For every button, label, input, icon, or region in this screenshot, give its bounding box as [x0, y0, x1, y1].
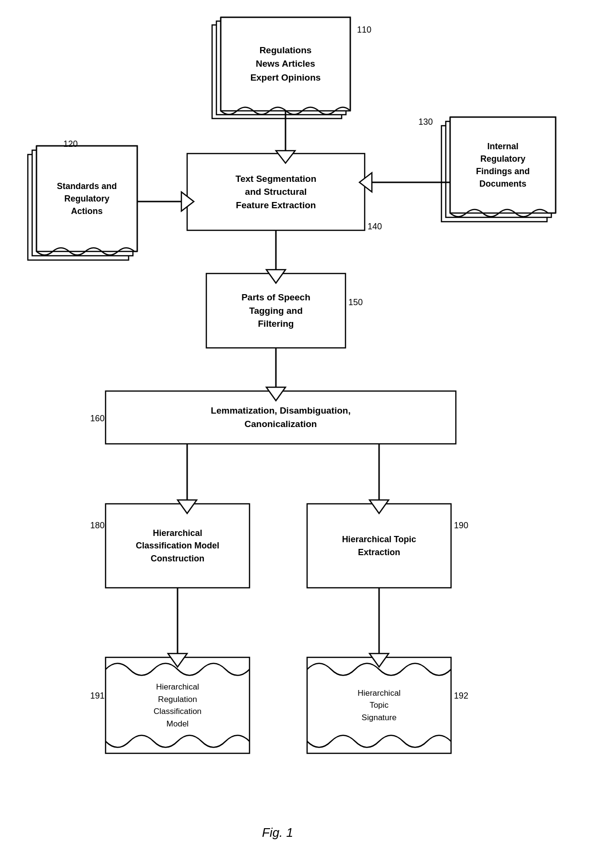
label-192: 192 [454, 691, 468, 701]
svg-marker-36 [369, 654, 389, 667]
doc-110-label: Regulations News Articles Expert Opinion… [221, 17, 350, 111]
label-140: 140 [368, 222, 382, 232]
label-180: 180 [90, 521, 105, 531]
box-150: Parts of Speech Tagging and Filtering [206, 273, 345, 348]
label-150: 150 [348, 297, 363, 308]
label-110: 110 [357, 25, 371, 35]
scroll-192-label: Hierarchical Topic Signature [307, 669, 451, 741]
scroll-191-label: Hierarchical Regulation Classification M… [106, 669, 250, 741]
box-180: Hierarchical Classification Model Constr… [106, 504, 250, 588]
box-160: Lemmatization, Disambiguation, Canonical… [106, 391, 456, 444]
svg-marker-34 [168, 654, 187, 667]
box-140: Text Segmentation and Structural Feature… [187, 154, 365, 230]
label-120: 120 [63, 139, 78, 149]
label-160: 160 [90, 414, 105, 424]
label-130: 130 [418, 117, 433, 127]
diagram: Regulations News Articles Expert Opinion… [0, 0, 595, 868]
label-190: 190 [454, 521, 468, 531]
doc-120-label: Standards and Regulatory Actions [36, 146, 137, 251]
label-191: 191 [90, 691, 105, 701]
box-190: Hierarchical Topic Extraction [307, 504, 451, 588]
doc-130-label: Internal Regulatory Findings and Documen… [450, 117, 556, 213]
figure-caption: Fig. 1 [262, 825, 293, 840]
